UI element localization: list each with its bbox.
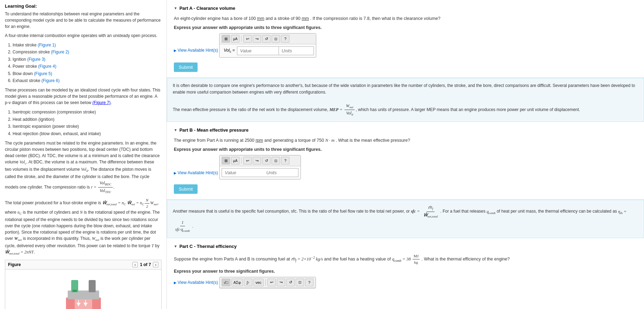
toolbar-reset-btn-a[interactable]: ↺ [262, 35, 271, 43]
engine-illustration [49, 273, 118, 309]
list-item: Isentropic compression (compression stro… [13, 109, 162, 116]
toolbar-help-btn-a[interactable]: ? [281, 35, 289, 43]
toolbar-undo-btn-b[interactable]: ↩ [243, 157, 252, 164]
list-item: Blow down (Figure 5) [13, 70, 162, 77]
figure-panel: Figure ‹ 1 of 7 › [5, 260, 162, 309]
toolbar-grid-btn-a[interactable]: ⊞ [222, 35, 230, 43]
part-c-hint-link[interactable]: View Available Hint(s) [174, 280, 218, 285]
toolbar-sep-b1 [241, 157, 242, 164]
figure5-link[interactable]: (Figure 5) [34, 71, 52, 76]
toolbar-undo-btn-a[interactable]: ↩ [243, 35, 252, 43]
list-item: Power stroke (Figure 4) [13, 63, 162, 70]
toolbar-sigma-btn-c[interactable]: ΑΣφ [231, 279, 243, 286]
toolbar-reset-btn-c[interactable]: ↺ [286, 279, 295, 286]
part-c-collapse-icon[interactable]: ▼ [174, 244, 177, 248]
info-mep-text1: It is often desirable to compare one eng… [173, 82, 638, 96]
part-b-answer-box: ⊞ μA ↩ ↪ ↺ ⊡ ? [219, 155, 301, 179]
toolbar-sep-c1 [265, 279, 266, 286]
figure-page: 1 of 7 [140, 262, 151, 267]
list-item: Intake stroke (Figure 1) [13, 42, 162, 49]
cycle-text: The cycle parameters must be related to … [5, 140, 162, 195]
info-sfc-text: Another measure that is useful is the sp… [173, 204, 638, 234]
part-b-hint-link[interactable]: View Available Hint(s) [174, 170, 218, 175]
figure1-link[interactable]: (Figure 1) [38, 43, 56, 47]
list-item: Heat rejection (blow down, exhaust, and … [13, 130, 162, 137]
part-b-units-input[interactable] [264, 168, 298, 177]
list-item: Exhaust stroke (Figure 6) [13, 77, 162, 84]
toolbar-mu-btn-b[interactable]: μA [231, 157, 239, 164]
model-list: Isentropic compression (compression stro… [5, 109, 162, 137]
part-a-title: Part A - Clearance volume [179, 6, 235, 11]
left-panel: Learning Goal: To understand the relatio… [0, 0, 167, 309]
figure-prev-btn[interactable]: ‹ [132, 262, 138, 267]
part-c-answer-box: √□ ΑΣφ ∫↑ vec ↩ ↪ ↺ ⊡ ? [219, 277, 316, 288]
learning-goal-title: Learning Goal: [5, 3, 162, 9]
toolbar-grid-btn-b[interactable]: ⊞ [222, 157, 230, 164]
toolbar-reset-btn-b[interactable]: ↺ [262, 157, 271, 164]
part-b-header: ▼ Part B - Mean effective pressure [174, 127, 637, 133]
info-mep-text2: The mean effective pressure is the ratio… [173, 103, 638, 118]
figure3-link[interactable]: (Figure 3) [27, 57, 45, 62]
part-b-problem: The engine from Part A is running at 250… [174, 137, 637, 144]
part-b-toolbar: ⊞ μA ↩ ↪ ↺ ⊡ ? [220, 155, 301, 166]
info-sfc-block: Another measure that is useful is the sp… [167, 200, 644, 238]
part-a-problem: An eight-cylinder engine has a bore of 1… [174, 15, 637, 22]
part-a-answer-box: ⊞ μA ↩ ↪ ↺ ⊡ ? Volc = [219, 33, 316, 58]
part-a-value-input[interactable] [237, 46, 279, 55]
toolbar-integral-btn-c[interactable]: ∫↑ [244, 279, 252, 286]
toolbar-redo-btn-a[interactable]: ↪ [253, 35, 261, 43]
figure-next-btn[interactable]: › [153, 262, 158, 267]
part-b-fields [220, 166, 301, 179]
list-item: Isentropic expansion (power stroke) [13, 123, 162, 130]
part-b-title: Part B - Mean effective pressure [179, 127, 249, 133]
part-c-problem: Suppose the engine from Parts A and B is… [174, 253, 637, 266]
part-a-hint-link[interactable]: View Available Hint(s) [174, 48, 218, 53]
toolbar-vec-btn-c[interactable]: vec [253, 279, 264, 286]
part-a-units-input[interactable] [279, 46, 314, 55]
figure-nav[interactable]: ‹ 1 of 7 › [132, 262, 158, 267]
part-a-label: Volc = [222, 46, 237, 55]
toolbar-image-btn-c[interactable]: ⊡ [296, 279, 304, 286]
toolbar-redo-btn-c[interactable]: ↪ [277, 279, 285, 286]
part-b-instruction: Express your answer with appropriate uni… [174, 146, 637, 153]
toolbar-redo-btn-b[interactable]: ↪ [253, 157, 261, 164]
figure-header: Figure ‹ 1 of 7 › [5, 260, 161, 270]
toolbar-mu-btn-a[interactable]: μA [231, 35, 239, 43]
toolbar-undo-btn-c[interactable]: ↩ [267, 279, 276, 286]
part-a-instruction: Express your answer with appropriate uni… [174, 24, 637, 31]
info-mep-block: It is often desirable to compare one eng… [167, 78, 644, 122]
part-a-fields: Volc = [220, 44, 316, 57]
part-c-title: Part C - Thermal efficiency [179, 244, 237, 249]
strokes-list: Intake stroke (Figure 1) Compression str… [5, 42, 162, 84]
intro-text: A four-stroke internal combustion engine… [5, 32, 162, 39]
part-c-header: ▼ Part C - Thermal efficiency [174, 244, 637, 249]
list-item: Heat addition (ignition) [13, 116, 162, 123]
toolbar-help-btn-b[interactable]: ? [281, 157, 289, 164]
figure6-link[interactable]: (Figure 6) [42, 78, 60, 83]
right-panel: ▼ Part A - Clearance volume An eight-cyl… [167, 0, 644, 309]
toolbar-image-btn-b[interactable]: ⊡ [272, 157, 280, 164]
part-c-instruction: Express your answer to three significant… [174, 268, 637, 275]
part-b-submit-btn[interactable]: Submit [174, 184, 198, 194]
part-b-value-input[interactable] [222, 168, 264, 177]
part-a-section: ▼ Part A - Clearance volume An eight-cyl… [167, 0, 644, 78]
svg-rect-8 [73, 290, 77, 292]
power-text: The total power produced for a four-stro… [5, 197, 162, 256]
part-a-toolbar: ⊞ μA ↩ ↪ ↺ ⊡ ? [220, 34, 316, 44]
learning-goal-text: To understand the relationships between … [5, 11, 162, 30]
part-b-collapse-icon[interactable]: ▼ [174, 128, 177, 132]
toolbar-sep-a1 [241, 36, 242, 42]
svg-rect-7 [89, 280, 96, 292]
part-c-section: ▼ Part C - Thermal efficiency Suppose th… [167, 238, 644, 297]
figure2-link[interactable]: (Figure 2) [51, 50, 69, 54]
list-item: Ignition (Figure 3) [13, 56, 162, 63]
figure4-link[interactable]: (Figure 4) [38, 64, 56, 69]
part-a-collapse-icon[interactable]: ▼ [174, 6, 177, 10]
list-item: Compression stroke (Figure 2) [13, 49, 162, 56]
toolbar-image-btn-a[interactable]: ⊡ [272, 35, 280, 43]
figure-image: Intake [5, 270, 161, 309]
part-a-submit-btn[interactable]: Submit [174, 62, 198, 72]
toolbar-sqrt-btn-c[interactable]: √□ [222, 279, 230, 286]
figure7-link[interactable]: (Figure 7) [92, 100, 111, 105]
toolbar-help-btn-c[interactable]: ? [305, 279, 313, 286]
